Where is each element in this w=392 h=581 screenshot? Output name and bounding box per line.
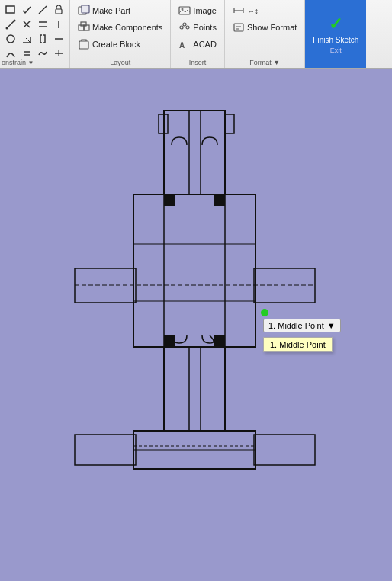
- svg-line-1: [39, 6, 47, 14]
- make-part-icon: [78, 5, 90, 17]
- tool-lock[interactable]: [51, 3, 66, 17]
- svg-rect-49: [214, 194, 225, 206]
- create-block-button[interactable]: Create Block: [75, 37, 165, 52]
- constrain-tools-section: onstrain ▼: [0, 0, 70, 68]
- toolbar: onstrain ▼ Make Part Make Components Cre…: [0, 0, 392, 69]
- show-format-label: Show Format: [247, 23, 297, 32]
- make-part-label: Make Part: [92, 6, 130, 15]
- svg-point-5: [14, 20, 16, 22]
- snap-point: [261, 309, 268, 316]
- svg-rect-2: [56, 9, 62, 14]
- tool-circle[interactable]: [3, 32, 18, 46]
- midpoint-dropdown[interactable]: 1. Middle Point ▼: [263, 319, 341, 332]
- make-components-label: Make Components: [92, 23, 162, 32]
- tool-hline[interactable]: [51, 32, 66, 46]
- format-label: Format ▼: [249, 59, 280, 66]
- create-block-icon: [78, 38, 90, 50]
- finish-sketch-button[interactable]: ✓ Finish Sketch Exit: [305, 0, 366, 68]
- points-icon: [178, 21, 191, 34]
- tool-rectangle[interactable]: [3, 3, 18, 17]
- svg-rect-22: [79, 41, 88, 49]
- image-label: Image: [193, 6, 217, 15]
- svg-rect-32: [234, 24, 243, 31]
- insert-section: Image Points A ACAD Insert: [171, 0, 225, 68]
- show-format-icon: [233, 21, 245, 34]
- acad-button[interactable]: A ACAD: [175, 37, 220, 52]
- tool-line[interactable]: [3, 18, 18, 31]
- dropdown-arrow-icon[interactable]: ▼: [327, 321, 336, 330]
- tool-angle[interactable]: [19, 32, 34, 46]
- checkmark-icon: ✓: [329, 14, 342, 34]
- tool-vline[interactable]: [51, 18, 66, 31]
- show-format-button[interactable]: Show Format: [230, 20, 300, 35]
- image-button[interactable]: Image: [175, 3, 220, 18]
- points-button[interactable]: Points: [175, 20, 220, 35]
- finish-sketch-label: Finish Sketch: [313, 36, 358, 45]
- svg-point-4: [6, 27, 8, 30]
- insert-label: Insert: [189, 59, 207, 66]
- tool-parallel[interactable]: [35, 18, 50, 31]
- svg-point-11: [7, 35, 14, 43]
- tool-check-coincident[interactable]: [19, 3, 34, 17]
- tool-midpoint[interactable]: [51, 47, 66, 60]
- layout-section: Make Part Make Components Create Block L…: [70, 0, 171, 68]
- format-section: ↔↕ Show Format Format ▼: [225, 0, 305, 68]
- acad-label: ACAD: [193, 40, 217, 49]
- points-label: Points: [193, 23, 217, 32]
- midpoint-dropdown-label: 1. Middle Point: [268, 321, 324, 330]
- svg-text:A: A: [179, 41, 185, 50]
- dim-icon: [233, 5, 245, 17]
- tool-bracket[interactable]: [35, 32, 50, 46]
- acad-icon: A: [178, 38, 191, 50]
- svg-rect-0: [6, 6, 14, 13]
- svg-line-3: [7, 21, 14, 28]
- tool-slash[interactable]: [35, 3, 50, 17]
- image-icon: [178, 5, 191, 17]
- layout-label: Layout: [110, 59, 130, 66]
- tool-chain[interactable]: [35, 47, 50, 60]
- make-part-button[interactable]: Make Part: [75, 3, 165, 18]
- tooltip-container: 1. Middle Point ▼ 1. Middle Point: [263, 319, 341, 332]
- svg-rect-48: [164, 194, 175, 206]
- midpoint-tooltip: 1. Middle Point: [263, 337, 333, 352]
- constrain-label: onstrain ▼: [2, 59, 34, 66]
- svg-rect-51: [214, 335, 225, 347]
- tool-x[interactable]: [19, 18, 34, 31]
- exit-label: Exit: [330, 47, 342, 54]
- create-block-label: Create Block: [92, 40, 140, 49]
- make-components-icon: [78, 21, 90, 34]
- canvas-area[interactable]: 1. Middle Point ▼ 1. Middle Point: [0, 69, 392, 581]
- svg-rect-18: [82, 5, 89, 13]
- svg-point-26: [186, 26, 189, 29]
- svg-point-25: [180, 26, 183, 29]
- svg-point-27: [183, 23, 186, 26]
- dim-button[interactable]: ↔↕: [230, 3, 300, 18]
- dim-label: ↔↕: [247, 7, 259, 15]
- make-components-button[interactable]: Make Components: [75, 20, 165, 35]
